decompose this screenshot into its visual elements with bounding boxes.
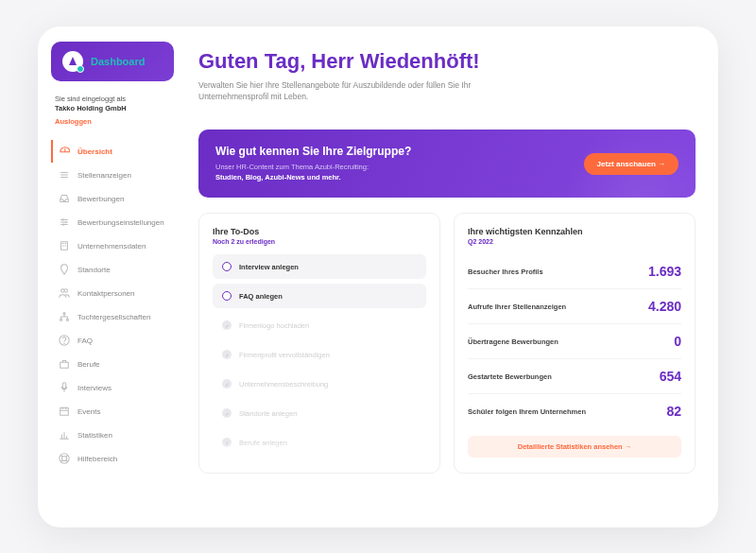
stat-row: Übertragene Bewerbungen0: [468, 324, 681, 359]
app-window: Dashboard Sie sind eingeloggt als Takko …: [38, 26, 718, 527]
gauge-icon: [59, 146, 70, 157]
todos-title: Ihre To-Dos: [213, 227, 426, 236]
auth-status-line: Sie sind eingeloggt als: [55, 95, 170, 105]
help-icon: [59, 335, 70, 346]
nav-item-label: Unternehmensdaten: [77, 242, 146, 251]
stats-subtitle: Q2 2022: [468, 238, 681, 245]
nav-item-building[interactable]: Unternehmensdaten: [51, 234, 174, 257]
stat-label: Besucher Ihres Profils: [468, 268, 543, 276]
life-ring-icon: [59, 453, 70, 464]
todo-list: Interview anlegenFAQ anlegenFirmenlogo h…: [213, 254, 426, 455]
nav-item-label: Hilfebereich: [77, 455, 117, 463]
banner-title: Wie gut kennen Sie Ihre Zielgruppe?: [215, 145, 411, 158]
todo-label: Interview anlegen: [239, 263, 299, 271]
nav-item-label: Bewerbungen: [77, 195, 124, 203]
todo-label: Unternehmensbeschreibung: [239, 380, 328, 389]
nav-item-label: Interviews: [77, 384, 112, 392]
calendar-icon: [59, 406, 70, 417]
auth-company: Takko Holding GmbH: [55, 104, 170, 114]
nav-item-pin[interactable]: Standorte: [51, 258, 174, 281]
nav-item-life-ring[interactable]: Hilfebereich: [51, 447, 174, 470]
page-title: Guten Tag, Herr Wiedenhöft!: [198, 49, 696, 74]
stat-value: 4.280: [648, 299, 681, 314]
todo-label: Firmenprofil vervollständigen: [239, 351, 330, 359]
stats-title: Ihre wichtigsten Kennzahlen: [468, 227, 681, 236]
nav-item-label: Statistiken: [77, 431, 112, 440]
banner-cta-button[interactable]: Jetzt anschauen →: [584, 153, 679, 175]
stat-row: Schüler folgen Ihrem Unternehmen82: [468, 394, 681, 428]
list-icon: [59, 169, 70, 181]
nav-item-label: FAQ: [77, 337, 93, 345]
users-icon: [59, 287, 70, 299]
stat-label: Übertragene Bewerbungen: [468, 337, 558, 346]
stat-row: Gestartete Bewerbungen654: [468, 359, 681, 394]
stat-row: Besucher Ihres Profils1.693: [468, 254, 681, 289]
nav-item-label: Events: [77, 407, 100, 416]
radio-icon: [222, 291, 232, 301]
todo-item[interactable]: Firmenprofil vervollständigen: [213, 342, 426, 367]
todo-item[interactable]: Unternehmensbeschreibung: [213, 372, 426, 396]
page-subtitle: Verwalten Sie hier Ihre Stellenangebote …: [198, 79, 482, 104]
todo-item[interactable]: Standorte anlegen: [213, 401, 426, 425]
nav-item-list[interactable]: Stellenanzeigen: [51, 164, 174, 186]
stat-label: Aufrufe Ihrer Stellenanzeigen: [468, 302, 566, 311]
nav-item-inbox[interactable]: Bewerbungen: [51, 187, 174, 210]
building-icon: [59, 240, 70, 251]
stat-value: 0: [674, 334, 681, 349]
chart-icon: [59, 429, 70, 441]
stat-label: Gestartete Bewerbungen: [468, 372, 552, 381]
todo-item[interactable]: FAQ anlegen: [213, 284, 426, 308]
nav-item-label: Tochtergesellschaften: [77, 313, 150, 321]
todo-item[interactable]: Firmenlogo hochladen: [213, 313, 426, 337]
nav-item-chart[interactable]: Statistiken: [51, 423, 174, 446]
inbox-icon: [59, 193, 70, 204]
nav-item-briefcase[interactable]: Berufe: [51, 353, 174, 375]
auth-block: Sie sind eingeloggt als Takko Holding Gm…: [51, 95, 174, 128]
main-content: Guten Tag, Herr Wiedenhöft! Verwalten Si…: [181, 42, 705, 512]
stat-value: 654: [660, 369, 681, 384]
brand-logo-icon: [62, 51, 83, 72]
brand-card[interactable]: Dashboard: [51, 42, 174, 81]
todo-item[interactable]: Interview anlegen: [213, 254, 426, 279]
nav-item-mic[interactable]: Interviews: [51, 376, 174, 399]
stat-row: Aufrufe Ihrer Stellenanzeigen4.280: [468, 289, 681, 324]
stat-value: 82: [666, 404, 681, 419]
check-icon: [222, 408, 232, 418]
radio-icon: [222, 262, 232, 271]
nav-item-label: Übersicht: [77, 147, 112, 156]
pin-icon: [59, 264, 70, 275]
nav-item-sitemap[interactable]: Tochtergesellschaften: [51, 305, 174, 328]
banner-text: Wie gut kennen Sie Ihre Zielgruppe? Unse…: [215, 145, 411, 182]
todo-label: Firmenlogo hochladen: [239, 321, 309, 330]
sitemap-icon: [59, 311, 70, 322]
nav-item-label: Stellenanzeigen: [77, 171, 131, 180]
check-icon: [222, 350, 232, 359]
sidebar: Dashboard Sie sind eingeloggt als Takko …: [51, 42, 181, 512]
nav-item-gauge[interactable]: Übersicht: [51, 140, 174, 163]
logout-link[interactable]: Ausloggen: [55, 117, 170, 128]
fade-overlay: [213, 441, 426, 459]
mic-icon: [59, 382, 70, 393]
nav-list: ÜbersichtStellenanzeigenBewerbungenBewer…: [51, 140, 174, 470]
banner-subtitle: Unser HR-Content zum Thema Azubi-Recruit…: [215, 163, 411, 182]
todos-card: Ihre To-Dos Noch 2 zu erledigen Intervie…: [198, 213, 440, 474]
stats-cta-button[interactable]: Detaillierte Statistiken ansehen →: [468, 436, 681, 458]
nav-item-sliders[interactable]: Bewerbungseinstellungen: [51, 211, 174, 233]
todo-label: FAQ anlegen: [239, 292, 283, 301]
nav-item-help[interactable]: FAQ: [51, 329, 174, 352]
brand-text: Dashboard: [91, 56, 145, 67]
nav-item-label: Standorte: [77, 266, 111, 274]
nav-item-label: Kontaktpersonen: [77, 289, 135, 298]
nav-item-calendar[interactable]: Events: [51, 400, 174, 423]
check-icon: [222, 379, 232, 389]
dashboard-columns: Ihre To-Dos Noch 2 zu erledigen Intervie…: [198, 213, 696, 474]
stats-card: Ihre wichtigsten Kennzahlen Q2 2022 Besu…: [454, 213, 696, 474]
nav-item-label: Bewerbungseinstellungen: [77, 218, 164, 227]
nav-item-users[interactable]: Kontaktpersonen: [51, 282, 174, 304]
nav-item-label: Berufe: [77, 360, 100, 369]
stat-value: 1.693: [648, 264, 681, 279]
stat-list: Besucher Ihres Profils1.693Aufrufe Ihrer…: [468, 254, 681, 428]
todo-label: Standorte anlegen: [239, 409, 297, 418]
stat-label: Schüler folgen Ihrem Unternehmen: [468, 407, 586, 416]
sliders-icon: [59, 216, 70, 228]
